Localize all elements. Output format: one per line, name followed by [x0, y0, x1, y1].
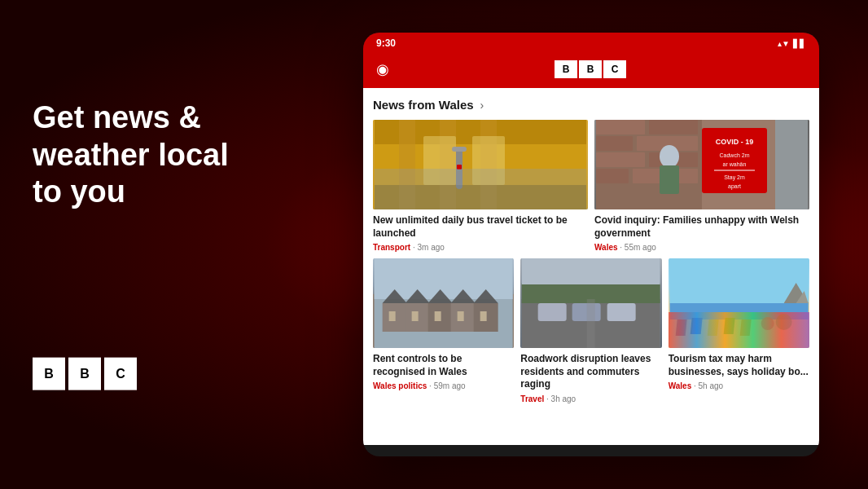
- bbc-header-logo: B B C: [555, 60, 626, 78]
- signal-icon: ▋▋: [793, 39, 806, 48]
- svg-rect-60: [669, 303, 808, 324]
- news-card-covid[interactable]: COVID - 19 Cadwch 2m ar wahân Stay 2m ap…: [594, 120, 809, 252]
- news-headline-houses: Rent controls to be recognised in Wales: [373, 353, 514, 378]
- svg-rect-59: [669, 258, 808, 303]
- bbc-header-b2: B: [579, 60, 602, 78]
- news-image-bus: [373, 120, 588, 209]
- svg-rect-16: [649, 120, 698, 134]
- section-title: News from Wales: [373, 98, 474, 112]
- svg-rect-37: [389, 311, 396, 321]
- svg-rect-31: [660, 165, 679, 194]
- news-time-beach: · 5h ago: [694, 381, 723, 390]
- news-row-2: Rent controls to be recognised in Wales …: [373, 258, 809, 403]
- svg-rect-10: [375, 169, 586, 185]
- svg-point-70: [761, 317, 774, 330]
- svg-rect-56: [522, 258, 660, 284]
- svg-rect-32: [775, 120, 808, 209]
- news-card-houses[interactable]: Rent controls to be recognised in Wales …: [373, 258, 514, 403]
- svg-rect-55: [607, 303, 636, 321]
- svg-rect-15: [596, 120, 645, 134]
- news-time-houses: · 59m ago: [429, 381, 465, 390]
- status-time: 9:30: [376, 37, 396, 49]
- svg-rect-46: [458, 311, 464, 321]
- section-header[interactable]: News from Wales ›: [373, 98, 809, 112]
- svg-text:ar wahân: ar wahân: [723, 161, 747, 167]
- device-mockup: 9:30 ▴▼ ▋▋ ◉ B B C News from Wales ›: [363, 33, 819, 456]
- svg-text:apart: apart: [728, 183, 741, 190]
- bbc-header-b1: B: [555, 60, 577, 78]
- news-meta-roadwork: Travel · 3h ago: [520, 394, 661, 403]
- news-meta-houses: Wales politics · 59m ago: [373, 381, 514, 390]
- news-headline-roadwork: Roadwork disruption leaves residents and…: [520, 353, 661, 391]
- news-row-1: New unlimited daily bus travel ticket to…: [373, 120, 809, 252]
- svg-rect-40: [412, 311, 419, 321]
- news-headline-covid: Covid inquiry: Families unhappy with Wel…: [594, 214, 809, 240]
- svg-line-64: [684, 319, 686, 336]
- main-headline: Get news & weather local to you: [33, 99, 261, 211]
- svg-rect-43: [435, 311, 441, 321]
- news-time-roadwork: · 3h ago: [546, 394, 576, 403]
- news-category-roadwork: Travel: [520, 394, 544, 403]
- news-card-bus[interactable]: New unlimited daily bus travel ticket to…: [373, 120, 588, 252]
- section-arrow: ›: [477, 99, 484, 112]
- news-headline-beach: Tourism tax may harm businesses, says ho…: [669, 353, 809, 378]
- status-bar: 9:30 ▴▼ ▋▋: [363, 33, 819, 54]
- news-category-beach: Wales: [669, 381, 692, 390]
- svg-line-66: [690, 318, 692, 334]
- svg-rect-53: [538, 303, 567, 321]
- svg-point-30: [660, 145, 679, 168]
- news-image-houses: [373, 258, 514, 348]
- news-category-bus: Transport: [373, 243, 410, 252]
- bbc-logo-c: C: [104, 357, 137, 390]
- news-category-houses: Wales politics: [373, 381, 427, 390]
- svg-marker-69: [739, 319, 751, 336]
- news-time-bus: · 3m ago: [413, 243, 445, 252]
- content-area: News from Wales ›: [363, 88, 819, 445]
- news-time-covid: · 55m ago: [620, 243, 655, 252]
- news-image-beach: [669, 258, 809, 348]
- svg-rect-54: [572, 303, 601, 321]
- status-icons: ▴▼ ▋▋: [778, 39, 806, 48]
- bbc-logo-b1: B: [33, 357, 65, 390]
- svg-line-63: [676, 319, 677, 336]
- svg-rect-49: [480, 311, 487, 321]
- svg-marker-62: [676, 319, 686, 336]
- svg-marker-68: [723, 318, 734, 334]
- news-image-covid: COVID - 19 Cadwch 2m ar wahân Stay 2m ap…: [594, 120, 809, 209]
- left-panel: Get news & weather local to you B B C: [33, 99, 261, 390]
- menu-icon[interactable]: ◉: [376, 60, 389, 78]
- svg-point-71: [775, 314, 791, 330]
- news-meta-covid: Wales · 55m ago: [594, 243, 809, 252]
- svg-rect-19: [596, 152, 645, 167]
- svg-text:Stay 2m: Stay 2m: [724, 174, 745, 181]
- wifi-icon: ▴▼: [778, 39, 790, 48]
- bbc-header-c: C: [603, 60, 626, 78]
- svg-rect-21: [596, 169, 629, 183]
- news-headline-bus: New unlimited daily bus travel ticket to…: [373, 214, 588, 240]
- svg-marker-65: [690, 318, 702, 334]
- bbc-logo-bottom: B B C: [33, 357, 261, 390]
- svg-marker-67: [707, 319, 718, 336]
- svg-text:Cadwch 2m: Cadwch 2m: [720, 152, 750, 158]
- app-header: ◉ B B C: [363, 54, 819, 88]
- svg-text:COVID - 19: COVID - 19: [716, 138, 754, 146]
- news-category-covid: Wales: [594, 243, 618, 252]
- svg-rect-8: [452, 147, 467, 152]
- news-image-roadwork: [520, 258, 661, 348]
- svg-rect-17: [596, 136, 633, 151]
- news-card-beach[interactable]: Tourism tax may harm businesses, says ho…: [669, 258, 809, 403]
- news-meta-beach: Wales · 5h ago: [669, 381, 809, 390]
- news-meta-bus: Transport · 3m ago: [373, 243, 588, 252]
- svg-rect-61: [669, 319, 808, 348]
- bbc-logo-b2: B: [68, 357, 101, 390]
- news-card-roadwork[interactable]: Roadwork disruption leaves residents and…: [520, 258, 661, 403]
- svg-rect-11: [375, 185, 586, 209]
- svg-rect-57: [587, 299, 595, 348]
